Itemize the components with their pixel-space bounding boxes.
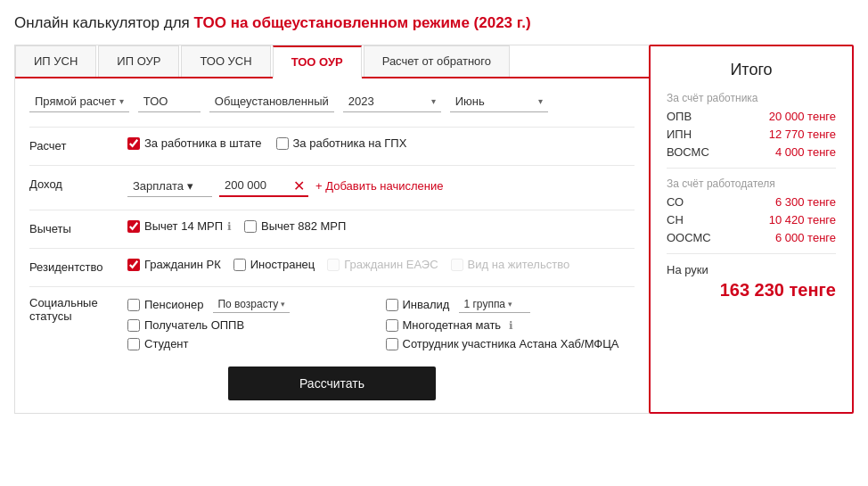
org-type-label: ТОО <box>143 95 168 108</box>
tab-too-our[interactable]: ТОО ОУР <box>273 45 362 78</box>
calc-type-label: Прямой расчет <box>35 95 116 108</box>
na-ruki-label: На руки <box>667 263 836 276</box>
social-student-checkbox[interactable] <box>127 338 140 350</box>
itogo-sn-name: СН <box>667 213 684 227</box>
calc-btn-row: Рассчитать <box>29 367 635 400</box>
itogo-divider-1 <box>667 168 836 169</box>
social-oppv-item[interactable]: Получатель ОППВ <box>127 318 377 332</box>
tab-too-usn[interactable]: ТОО УСН <box>181 45 270 77</box>
right-panel: Итого За счёт работника ОПВ 20 000 тенге… <box>649 45 854 414</box>
year-select[interactable]: 2023 ▾ <box>343 91 441 112</box>
social-astana-checkbox[interactable] <box>386 338 398 350</box>
rez-vid-item: Вид на жительство <box>451 258 570 271</box>
social-student-label: Студент <box>144 337 189 350</box>
dohod-row: Доход Зарплата ▾ ✕ + Добавить начисление <box>29 175 635 197</box>
social-mnogodet-item[interactable]: Многодетная мать ℹ <box>386 318 635 332</box>
social-row: Социальные статусы Пенсионер По возрасту… <box>29 296 635 350</box>
rez-ino-item[interactable]: Иностранец <box>233 258 315 271</box>
rez-eaes-checkbox <box>327 259 340 271</box>
vychet-882-checkbox[interactable] <box>244 220 257 233</box>
social-astana-item[interactable]: Сотрудник участника Астана Хаб/МФЦА <box>386 337 635 350</box>
checkbox-gpx-label: За работника на ГПХ <box>293 136 407 150</box>
raschet-label: Расчет <box>29 136 119 152</box>
social-invalid-item[interactable]: Инвалид 1 группа ▾ <box>386 296 635 313</box>
month-select[interactable]: Июнь ▾ <box>450 91 548 112</box>
vychet-882-item[interactable]: Вычет 882 МРП <box>244 219 346 233</box>
checkbox-shtate-input[interactable] <box>127 137 140 150</box>
checkbox-shtate[interactable]: За работника в штате <box>127 136 262 150</box>
regime-label: Общеустановленный <box>215 95 329 108</box>
itogo-co-name: СО <box>667 195 684 209</box>
income-type-label: Зарплата <box>133 179 184 193</box>
itogo-oosms-name: ООСМС <box>667 231 711 244</box>
page-title: Онлайн калькулятор для ТОО на общеустано… <box>14 14 854 32</box>
social-pensioner-checkbox[interactable] <box>127 299 140 311</box>
checkbox-gpx-input[interactable] <box>276 137 289 150</box>
itogo-opv-row: ОПВ 20 000 тенге <box>667 110 836 123</box>
main-layout: ИП УСН ИП ОУР ТОО УСН ТОО ОУР Расчет от … <box>14 45 854 414</box>
calc-type-select[interactable]: Прямой расчет ▾ <box>29 91 129 112</box>
itogo-oosms-value: 6 000 тенге <box>775 231 836 244</box>
divider-4 <box>29 248 635 249</box>
rez-rk-item[interactable]: Гражданин РК <box>127 258 221 271</box>
itogo-vosms-value: 4 000 тенге <box>775 145 836 159</box>
itogo-ipn-value: 12 770 тенге <box>769 128 836 141</box>
social-student-item[interactable]: Студент <box>127 337 377 350</box>
rez-eaes-label: Гражданин ЕАЭС <box>344 258 438 271</box>
org-type-select[interactable]: ТОО <box>138 91 201 112</box>
social-grid: Пенсионер По возрасту ▾ Инвалид 1 группа <box>127 296 635 350</box>
itogo-ipn-row: ИПН 12 770 тенге <box>667 128 836 141</box>
social-pensioner-item[interactable]: Пенсионер По возрасту ▾ <box>127 296 377 313</box>
vychet-14-checkbox[interactable] <box>127 220 140 233</box>
rez-vid-label: Вид на жительство <box>468 258 570 271</box>
left-panel: ИП УСН ИП ОУР ТОО УСН ТОО ОУР Расчет от … <box>14 45 649 414</box>
year-label: 2023 <box>348 95 374 108</box>
divider-2 <box>29 165 635 166</box>
invalid-select-chevron: ▾ <box>508 300 512 309</box>
income-clear-icon[interactable]: ✕ <box>293 179 305 194</box>
tab-ip-our[interactable]: ИП ОУР <box>98 45 179 77</box>
vychet-14-info-icon[interactable]: ℹ <box>227 220 232 233</box>
rez-ino-checkbox[interactable] <box>233 259 246 271</box>
raschet-row: Расчет За работника в штате За работника… <box>29 136 635 152</box>
social-pensioner-label: Пенсионер <box>144 298 203 311</box>
checkbox-shtate-label: За работника в штате <box>144 136 262 150</box>
social-mnogodet-checkbox[interactable] <box>386 319 398 332</box>
social-checkboxes-area: Пенсионер По возрасту ▾ Инвалид 1 группа <box>127 296 635 350</box>
itogo-oosms-row: ООСМС 6 000 тенге <box>667 231 836 244</box>
rez-rk-checkbox[interactable] <box>127 259 140 271</box>
month-chevron: ▾ <box>538 96 543 106</box>
tab-obratno[interactable]: Расчет от обратного <box>364 45 510 77</box>
regime-select[interactable]: Общеустановленный <box>209 91 334 112</box>
divider-5 <box>29 286 635 287</box>
social-label: Социальные статусы <box>29 296 119 323</box>
rez-ino-label: Иностранец <box>250 258 315 271</box>
income-input-wrap: ✕ <box>219 175 308 197</box>
itogo-sn-row: СН 10 420 тенге <box>667 213 836 227</box>
tab-ip-usn[interactable]: ИП УСН <box>15 45 96 77</box>
pensioner-select[interactable]: По возрасту ▾ <box>213 296 290 313</box>
checkbox-gpx[interactable]: За работника на ГПХ <box>276 136 407 150</box>
social-invalid-checkbox[interactable] <box>386 299 398 311</box>
itogo-co-row: СО 6 300 тенге <box>667 195 836 209</box>
calculate-button[interactable]: Рассчитать <box>228 367 436 400</box>
divider-1 <box>29 127 635 128</box>
income-row: Зарплата ▾ ✕ + Добавить начисление <box>127 175 443 197</box>
social-oppv-checkbox[interactable] <box>127 319 140 332</box>
mnogodet-info-icon[interactable]: ℹ <box>509 319 513 332</box>
add-accrual-button[interactable]: + Добавить начисление <box>315 179 443 193</box>
social-astana-label: Сотрудник участника Астана Хаб/МФЦА <box>403 337 619 350</box>
rez-rk-label: Гражданин РК <box>144 258 221 271</box>
vychety-row: Вычеты Вычет 14 МРП ℹ Вычет 882 МРП <box>29 219 635 235</box>
itogo-ipn-name: ИПН <box>667 128 692 141</box>
employer-section-label: За счёт работодателя <box>667 177 836 190</box>
itogo-sn-value: 10 420 тенге <box>769 213 836 227</box>
social-mnogodet-label: Многодетная мать <box>403 318 502 332</box>
vychety-label: Вычеты <box>29 219 119 235</box>
form-area: Прямой расчет ▾ ТОО Общеустановленный 20… <box>15 78 649 413</box>
income-type-select[interactable]: Зарплата ▾ <box>127 176 212 197</box>
vychet-14-item[interactable]: Вычет 14 МРП ℹ <box>127 219 232 233</box>
invalid-select[interactable]: 1 группа ▾ <box>459 296 530 313</box>
vychet-882-label: Вычет 882 МРП <box>261 219 346 233</box>
social-oppv-label: Получатель ОППВ <box>144 318 244 332</box>
